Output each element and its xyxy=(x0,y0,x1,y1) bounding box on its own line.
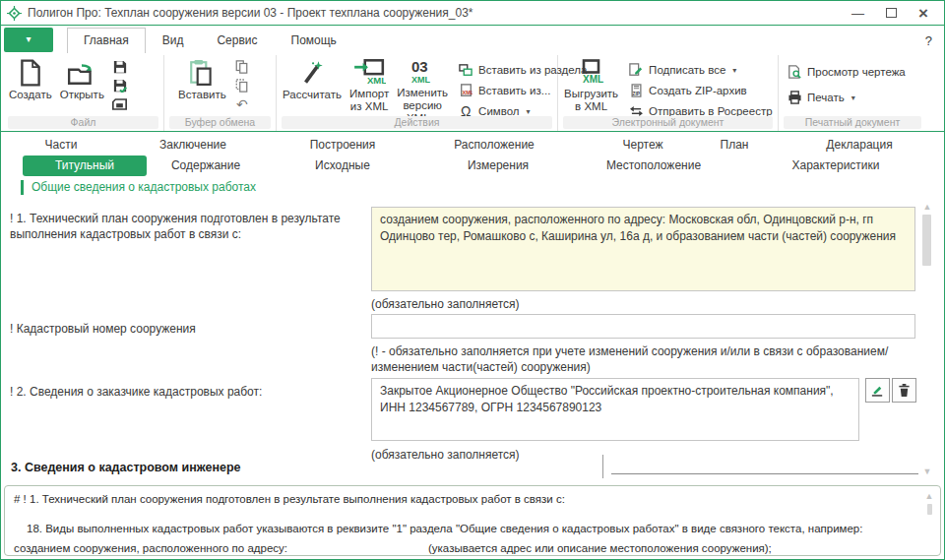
file-menu-button[interactable]: ▾ xyxy=(4,28,53,52)
ribbon-group-print: Просмотр чертежа Печать ▾ Печатный докум… xyxy=(779,55,926,131)
save-all-button[interactable] xyxy=(111,96,129,112)
dropdown-caret-icon: ▾ xyxy=(732,66,736,75)
form-scrollbar: ▲ ▼ xyxy=(920,200,934,478)
new-button[interactable]: Создать xyxy=(5,56,56,115)
preview-drawing-button[interactable]: Просмотр чертежа xyxy=(787,64,906,80)
tab-source-data[interactable]: Исходные xyxy=(315,158,370,172)
edit-pencil-icon xyxy=(870,383,885,398)
svg-text:03: 03 xyxy=(411,58,428,75)
import-xml-button[interactable]: XML Импорт из XML xyxy=(346,56,393,115)
subtab-general-cadastral-info[interactable]: Общие сведения о кадастровых работах xyxy=(32,180,256,194)
save-as-button[interactable] xyxy=(111,78,129,93)
calculate-button[interactable]: Рассчитать xyxy=(279,56,346,115)
tab-position[interactable]: Местоположение xyxy=(606,158,701,172)
tab-conclusion[interactable]: Заключение xyxy=(159,138,226,152)
field1-textarea[interactable]: созданием сооружения, расположенного по … xyxy=(371,207,915,291)
paste-button[interactable]: Вставить xyxy=(166,56,230,115)
import-xml-icon: XML xyxy=(352,58,386,87)
undo-icon: ↶ xyxy=(236,97,248,111)
svg-text:XML: XML xyxy=(411,75,431,85)
group-label-file: Файл xyxy=(8,116,158,129)
maximize-icon[interactable] xyxy=(886,8,897,18)
dropdown-caret-icon: ▾ xyxy=(851,93,855,102)
zip-archive-icon: ZIP xyxy=(628,83,644,98)
tab-title-page[interactable]: Титульный xyxy=(23,156,147,176)
tab-contents[interactable]: Содержание xyxy=(171,158,240,172)
sign-pen-icon xyxy=(628,62,644,78)
save-button[interactable] xyxy=(111,59,129,75)
menu-tab-help[interactable]: Помощь xyxy=(275,28,353,53)
create-zip-button[interactable]: ZIP Создать ZIP-архив xyxy=(628,83,772,98)
help-panel: # ! 1. Технический план сооружения подго… xyxy=(4,485,941,556)
window-controls: — × xyxy=(851,5,928,22)
app-logo-icon xyxy=(7,6,22,21)
print-button[interactable]: Печать ▾ xyxy=(787,90,906,105)
scroll-up-icon[interactable]: ▲ xyxy=(920,202,934,212)
paste-clipboard-icon xyxy=(189,58,215,88)
sign-all-button[interactable]: Подписать все ▾ xyxy=(628,62,772,78)
tab-measurements[interactable]: Измерения xyxy=(468,158,529,172)
help-line-3-left: созданием сооружения, расположенного по … xyxy=(14,542,287,554)
export-xml-button[interactable]: XML Выгрузить в XML xyxy=(560,56,622,115)
group-label-edoc: Электронный документ xyxy=(563,116,773,129)
copy-button[interactable] xyxy=(233,59,251,75)
field1-hint: (обязательно заполняется) xyxy=(371,297,914,313)
tab-location-scheme[interactable]: Расположение xyxy=(454,138,535,152)
tab-parts[interactable]: Части xyxy=(45,138,78,152)
cadastral-number-input[interactable] xyxy=(371,314,915,339)
minimize-icon[interactable]: — xyxy=(851,7,864,20)
ribbon-group-actions: Рассчитать XML Импорт из XML 03XML Измен… xyxy=(277,55,558,131)
menu-tab-home[interactable]: Главная xyxy=(67,28,146,53)
ribbon-group-edoc: XML Выгрузить в XML Подписать все ▾ xyxy=(558,55,779,131)
tab-plan[interactable]: План xyxy=(721,138,749,152)
insert-from-xml-icon: XML xyxy=(458,83,473,98)
save-as-icon xyxy=(113,79,127,93)
title-bar: Полигон Про: Техплан сооружения версии 0… xyxy=(1,1,944,26)
menu-bar: ▾ Главная Вид Сервис Помощь ? xyxy=(1,26,944,53)
save-all-icon xyxy=(112,98,127,110)
field3-label: ! 2. Сведения о заказчике кадастровых ра… xyxy=(10,384,366,400)
svg-text:XML: XML xyxy=(462,90,472,95)
ribbon: Создать Открыть xyxy=(1,53,944,132)
group-label-actions: Действия xyxy=(282,116,552,129)
tab-declaration[interactable]: Декларация xyxy=(826,138,892,152)
field2-label: ! Кадастровый номер сооружения xyxy=(10,321,366,337)
change-xml-version-button[interactable]: 03XML Изменить версию XML ▾ xyxy=(393,56,452,115)
open-folder-icon xyxy=(67,58,96,88)
magic-wand-icon xyxy=(299,58,325,88)
scrollbar-thumb[interactable] xyxy=(922,215,931,266)
ribbon-group-clipboard: Вставить ↶ Буфер обмена xyxy=(164,55,277,131)
scroll-down-icon[interactable]: ▼ xyxy=(920,467,934,476)
section3-heading: 3. Сведения о кадастровом инженере xyxy=(11,461,241,474)
tab-constructions[interactable]: Построения xyxy=(310,138,376,152)
svg-text:XML: XML xyxy=(367,75,386,86)
group-label-print: Печатный документ xyxy=(784,116,921,129)
tab-characteristics[interactable]: Характеристики xyxy=(792,158,880,172)
dropdown-caret-icon: ▾ xyxy=(527,107,531,116)
new-document-icon xyxy=(18,58,43,88)
open-button[interactable]: Открыть xyxy=(56,56,108,115)
help-line-2: 18. Виды выполненных кадастровых работ у… xyxy=(27,523,862,534)
column-divider xyxy=(602,455,603,478)
delete-customer-button[interactable] xyxy=(892,378,916,403)
menu-tab-view[interactable]: Вид xyxy=(146,28,201,53)
group-label-clipboard: Буфер обмена xyxy=(169,116,271,129)
app-window: Полигон Про: Техплан сооружения версии 0… xyxy=(0,0,945,560)
field2-hint: (! - обязательно заполняется при учете и… xyxy=(371,344,914,375)
menu-tab-service[interactable]: Сервис xyxy=(200,28,274,53)
customer-textarea[interactable]: Закрытое Акционерное Общество "Российска… xyxy=(371,378,859,441)
form-area: ! 1. Технический план сооружения подгото… xyxy=(1,197,944,481)
change-xml-version-icon: 03XML xyxy=(408,58,437,86)
printer-icon xyxy=(787,90,802,105)
paste-special-icon xyxy=(235,79,248,93)
engineer-combobox[interactable] xyxy=(611,455,918,474)
insert-from-section-icon xyxy=(458,62,473,78)
help-scroll-up-icon[interactable]: ▲ xyxy=(922,491,936,501)
help-scrollbar-thumb[interactable] xyxy=(927,504,932,515)
paste-special-button[interactable] xyxy=(233,78,251,93)
close-icon[interactable]: × xyxy=(918,5,928,22)
tab-drawing[interactable]: Чертеж xyxy=(622,138,662,152)
edit-customer-button[interactable] xyxy=(865,378,890,403)
help-icon[interactable]: ? xyxy=(925,33,932,48)
undo-button[interactable]: ↶ xyxy=(233,96,251,112)
